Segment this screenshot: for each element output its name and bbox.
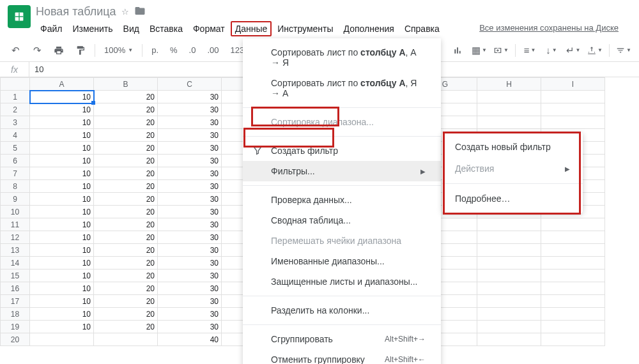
cell[interactable]: 20: [94, 282, 158, 295]
row-header[interactable]: 16: [1, 282, 30, 295]
print-icon[interactable]: [51, 43, 66, 58]
rotate-icon[interactable]: ▼: [587, 43, 603, 58]
cell[interactable]: [541, 295, 605, 308]
menu-help[interactable]: Справка: [400, 21, 444, 36]
cell[interactable]: 10: [30, 155, 94, 167]
cell[interactable]: [541, 308, 605, 321]
borders-icon[interactable]: ▦▼: [472, 43, 487, 58]
cell[interactable]: 20: [94, 167, 158, 180]
cell[interactable]: [30, 333, 94, 346]
cell[interactable]: 20: [94, 231, 158, 244]
valign-icon[interactable]: ↓▼: [544, 43, 559, 58]
cell[interactable]: [541, 244, 605, 257]
cell[interactable]: [541, 282, 605, 295]
merge-icon[interactable]: ▼: [493, 43, 509, 58]
cell[interactable]: 20: [94, 155, 158, 167]
cell[interactable]: 20: [94, 116, 158, 129]
row-header[interactable]: 8: [1, 180, 30, 193]
undo-icon[interactable]: ↶: [8, 43, 23, 58]
row-header[interactable]: 10: [1, 206, 30, 218]
cell[interactable]: [477, 231, 541, 244]
cell[interactable]: 30: [158, 269, 222, 282]
cell[interactable]: 30: [158, 180, 222, 193]
document-title[interactable]: Новая таблица: [36, 5, 116, 19]
chart-icon[interactable]: [450, 43, 465, 58]
cell[interactable]: 10: [30, 295, 94, 308]
row-header[interactable]: 13: [1, 244, 30, 257]
row-header[interactable]: 9: [1, 193, 30, 206]
menu-format[interactable]: Формат: [189, 21, 229, 36]
cell[interactable]: 10: [30, 116, 94, 129]
cell[interactable]: 30: [158, 167, 222, 180]
cell[interactable]: [541, 218, 605, 231]
menu-insert[interactable]: Вставка: [145, 21, 187, 36]
row-header[interactable]: 19: [1, 321, 30, 333]
cell[interactable]: [94, 333, 158, 346]
cell[interactable]: [477, 116, 541, 129]
cell[interactable]: [541, 231, 605, 244]
cell[interactable]: [477, 257, 541, 269]
cell[interactable]: [541, 269, 605, 282]
cell[interactable]: 10: [30, 91, 94, 103]
cell[interactable]: [477, 103, 541, 116]
cell[interactable]: 10: [30, 206, 94, 218]
cell[interactable]: 10: [30, 218, 94, 231]
menu-data-validation[interactable]: Проверка данных...: [243, 190, 441, 210]
cell[interactable]: 10: [30, 269, 94, 282]
row-header[interactable]: 1: [1, 91, 30, 103]
cell[interactable]: 10: [30, 180, 94, 193]
cell[interactable]: 20: [94, 129, 158, 142]
paint-format-icon[interactable]: [73, 43, 88, 58]
sheets-logo[interactable]: [8, 5, 31, 28]
col-header[interactable]: C: [158, 78, 222, 91]
cell[interactable]: 10: [30, 129, 94, 142]
cell[interactable]: [541, 116, 605, 129]
filter-icon[interactable]: ▼: [616, 43, 631, 58]
row-header[interactable]: 15: [1, 269, 30, 282]
save-status[interactable]: Все изменения сохранены на Диске: [479, 23, 619, 33]
cell[interactable]: 20: [94, 193, 158, 206]
cell[interactable]: 30: [158, 206, 222, 218]
cell[interactable]: 20: [94, 218, 158, 231]
wrap-icon[interactable]: ↵▼: [566, 43, 581, 58]
cell[interactable]: 20: [94, 206, 158, 218]
cell[interactable]: 20: [94, 321, 158, 333]
cell[interactable]: 20: [94, 142, 158, 155]
cell[interactable]: [477, 308, 541, 321]
cell[interactable]: [541, 257, 605, 269]
menu-split-cols[interactable]: Разделить на колонки...: [243, 300, 441, 321]
cell[interactable]: 20: [94, 103, 158, 116]
cell[interactable]: [477, 295, 541, 308]
cell[interactable]: 30: [158, 295, 222, 308]
menu-named-ranges[interactable]: Именованные диапазоны...: [243, 251, 441, 271]
menu-sort-az[interactable]: Сортировать лист по столбцу A, А → Я: [243, 42, 441, 73]
cell[interactable]: [477, 91, 541, 103]
cell[interactable]: 20: [94, 180, 158, 193]
col-header[interactable]: A: [30, 78, 94, 91]
row-header[interactable]: 4: [1, 129, 30, 142]
menu-tools[interactable]: Инструменты: [273, 21, 337, 36]
cell[interactable]: 30: [158, 142, 222, 155]
menu-pivot[interactable]: Сводная таблица...: [243, 210, 441, 231]
cell[interactable]: 20: [94, 308, 158, 321]
cell[interactable]: [477, 218, 541, 231]
cell[interactable]: [477, 282, 541, 295]
select-all-corner[interactable]: [1, 78, 30, 91]
cell[interactable]: [477, 269, 541, 282]
menu-addons[interactable]: Дополнения: [339, 21, 399, 36]
dec-less-button[interactable]: .0: [187, 45, 199, 55]
cell[interactable]: 30: [158, 308, 222, 321]
cell[interactable]: 40: [158, 333, 222, 346]
menu-data[interactable]: Данные: [231, 21, 272, 36]
cell[interactable]: 10: [30, 308, 94, 321]
menu-view[interactable]: Вид: [119, 21, 144, 36]
row-header[interactable]: 20: [1, 333, 30, 346]
cell[interactable]: 30: [158, 218, 222, 231]
row-header[interactable]: 17: [1, 295, 30, 308]
cell[interactable]: 30: [158, 103, 222, 116]
percent-button[interactable]: %: [167, 45, 180, 55]
cell[interactable]: 30: [158, 244, 222, 257]
halign-icon[interactable]: ≡▼: [522, 43, 537, 58]
cell[interactable]: [477, 244, 541, 257]
row-header[interactable]: 11: [1, 218, 30, 231]
